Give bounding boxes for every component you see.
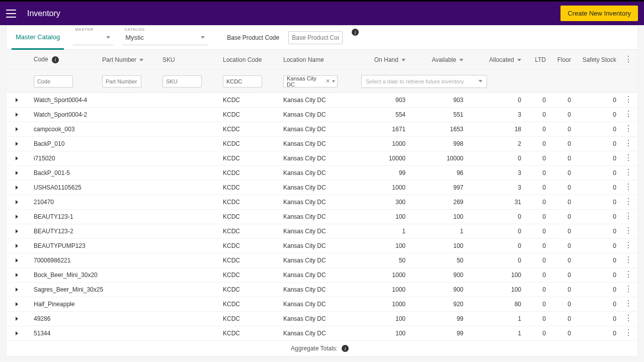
cell-code: Bock_Beer_Mini_30x20 — [27, 272, 102, 279]
cell-available: 997 — [412, 184, 469, 191]
table-row: BackP_010KCDCKansas City DC10009982000 — [7, 137, 637, 151]
kebab-icon[interactable] — [624, 244, 632, 247]
kebab-icon[interactable] — [624, 157, 632, 159]
tab-master-catalog[interactable]: Master Catalog — [12, 26, 64, 50]
master-select[interactable]: MASTER — [73, 30, 113, 45]
cell-safety: 0 — [575, 213, 620, 220]
kebab-icon[interactable] — [624, 259, 632, 261]
col-locname-label: Location Name — [283, 56, 324, 63]
cell-floor: 0 — [550, 155, 575, 162]
filter-part-input[interactable] — [102, 75, 141, 87]
kebab-icon[interactable] — [624, 332, 632, 334]
cell-code: i715020 — [27, 155, 102, 162]
cell-floor: 0 — [550, 126, 575, 133]
expand-icon[interactable] — [16, 142, 18, 146]
kebab-icon[interactable] — [624, 230, 632, 232]
chevron-down-icon — [139, 59, 143, 61]
expand-icon[interactable] — [16, 127, 18, 131]
chevron-down-icon — [517, 59, 521, 61]
cell-available: 903 — [412, 97, 469, 104]
col-on-hand[interactable]: On Hand — [361, 56, 412, 63]
catalog-select[interactable]: CATALOG Mystic — [122, 30, 208, 45]
cell-onhand: 100 — [361, 330, 412, 337]
catalog-label: CATALOG — [124, 27, 145, 32]
kebab-icon[interactable] — [624, 215, 632, 218]
expand-icon[interactable] — [16, 273, 18, 277]
col-code[interactable]: Code i — [27, 56, 102, 63]
cell-allocated: 0 — [469, 155, 527, 162]
base-product-code-input[interactable] — [288, 31, 343, 44]
cell-available: 269 — [412, 199, 469, 206]
cell-locname: Kansas City DC — [283, 184, 361, 191]
expand-icon[interactable] — [16, 229, 18, 233]
expand-icon[interactable] — [16, 288, 18, 292]
cell-ltd: 0 — [527, 242, 550, 249]
cell-safety: 0 — [575, 330, 620, 337]
filter-loccode-input[interactable] — [223, 75, 262, 87]
col-part-label: Part Number — [102, 56, 136, 63]
kebab-icon[interactable] — [624, 274, 632, 276]
kebab-icon[interactable] — [624, 128, 632, 130]
kebab-icon[interactable] — [624, 288, 632, 291]
future-inventory-date-select[interactable]: Select a date to retrieve future invento… — [361, 75, 487, 88]
cell-safety: 0 — [575, 301, 620, 308]
expand-icon[interactable] — [16, 331, 18, 335]
create-new-inventory-button[interactable]: Create New Inventory — [560, 6, 638, 21]
filter-code-input[interactable] — [34, 75, 73, 87]
kebab-icon[interactable] — [624, 113, 632, 116]
cell-ltd: 0 — [527, 169, 550, 176]
cell-floor: 0 — [550, 140, 575, 147]
cell-ltd: 0 — [527, 301, 550, 308]
kebab-icon[interactable] — [624, 317, 632, 320]
filter-locname-input[interactable]: Kansas City DC ✕ — [283, 75, 338, 87]
info-icon[interactable]: i — [342, 345, 349, 352]
kebab-icon[interactable] — [624, 303, 632, 305]
expand-icon[interactable] — [16, 186, 18, 190]
kebab-icon[interactable] — [624, 201, 632, 203]
col-sku[interactable]: SKU — [163, 56, 223, 63]
menu-icon[interactable] — [6, 10, 16, 18]
cell-safety: 0 — [575, 315, 620, 322]
expand-icon[interactable] — [16, 113, 18, 117]
col-ltd[interactable]: LTD — [527, 56, 550, 63]
kebab-icon[interactable] — [624, 142, 632, 145]
col-location-code[interactable]: Location Code — [223, 56, 283, 63]
expand-icon[interactable] — [16, 317, 18, 321]
col-available[interactable]: Available — [412, 56, 469, 63]
col-loccode-label: Location Code — [223, 56, 262, 63]
kebab-icon[interactable] — [624, 99, 632, 101]
expand-icon[interactable] — [16, 171, 18, 175]
kebab-icon[interactable] — [624, 171, 632, 174]
cell-ltd: 0 — [527, 155, 550, 162]
cell-locname: Kansas City DC — [283, 257, 361, 264]
col-part-number[interactable]: Part Number — [102, 56, 163, 63]
clear-icon[interactable]: ✕ — [326, 78, 330, 84]
expand-icon[interactable] — [16, 215, 18, 219]
cell-loccode: KCDC — [223, 301, 283, 308]
expand-icon[interactable] — [16, 156, 18, 160]
cell-available: 50 — [412, 257, 469, 264]
col-floor[interactable]: Floor — [550, 56, 575, 63]
cell-onhand: 100 — [361, 213, 412, 220]
expand-icon[interactable] — [16, 244, 18, 248]
kebab-icon[interactable] — [624, 58, 632, 61]
cell-loccode: KCDC — [223, 213, 283, 220]
info-icon[interactable]: i — [352, 29, 359, 36]
cell-allocated: 100 — [469, 272, 527, 279]
expand-icon[interactable] — [16, 302, 18, 306]
expand-icon[interactable] — [16, 200, 18, 204]
info-icon[interactable]: i — [52, 56, 59, 63]
cell-available: 96 — [412, 169, 469, 176]
filter-sku-input[interactable] — [163, 75, 202, 87]
cell-safety: 0 — [575, 97, 620, 104]
cell-locname: Kansas City DC — [283, 330, 361, 337]
col-allocated[interactable]: Allocated — [469, 56, 527, 63]
expand-icon[interactable] — [16, 98, 18, 102]
cell-available: 1653 — [412, 126, 469, 133]
expand-icon[interactable] — [16, 258, 18, 262]
cell-loccode: KCDC — [223, 140, 283, 147]
kebab-icon[interactable] — [624, 186, 632, 189]
cell-allocated: 3 — [469, 111, 527, 118]
col-location-name[interactable]: Location Name — [283, 56, 361, 63]
col-safety-stock[interactable]: Safety Stock — [575, 56, 620, 63]
